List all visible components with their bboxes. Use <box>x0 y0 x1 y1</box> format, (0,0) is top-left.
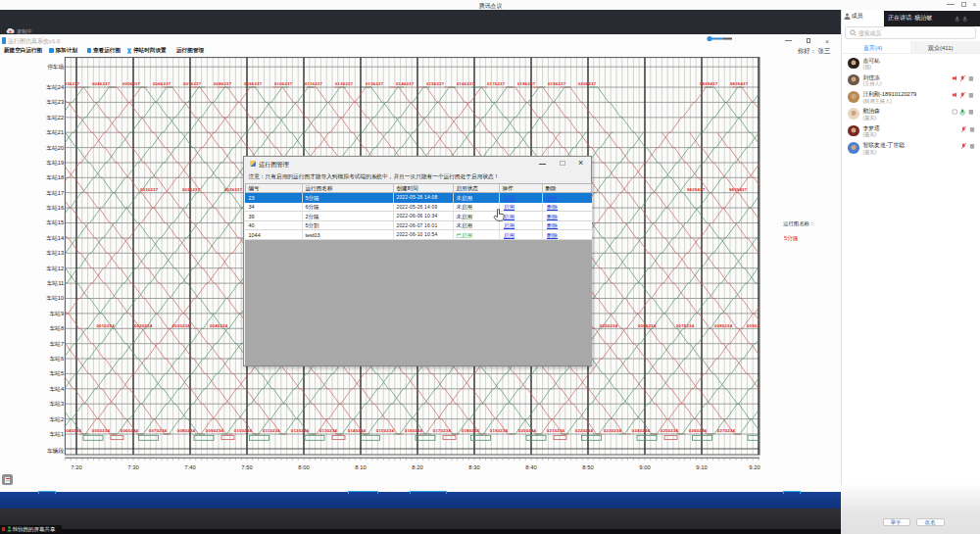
svg-text:0260234: 0260234 <box>689 428 708 433</box>
svg-text:车站12: 车站12 <box>46 266 64 272</box>
svg-text:0170234: 0170234 <box>433 428 452 433</box>
svg-text:0066237: 0066237 <box>153 81 172 86</box>
svg-text:0240234: 0240234 <box>632 428 651 433</box>
svg-text:0116237: 0116237 <box>305 81 322 86</box>
svg-text:0086237: 0086237 <box>214 81 232 86</box>
svg-text:0100234: 0100234 <box>234 428 253 433</box>
svg-text:0036237: 0036237 <box>224 187 243 192</box>
svg-text:0186237: 0186237 <box>517 81 536 86</box>
svg-text:0196237: 0196237 <box>548 81 566 86</box>
svg-text:0270234: 0270234 <box>717 428 736 433</box>
svg-text:0040234: 0040234 <box>64 428 82 433</box>
svg-text:9:20: 9:20 <box>749 464 760 470</box>
svg-text:0136237: 0136237 <box>366 81 384 86</box>
svg-text:0110234: 0110234 <box>263 428 280 433</box>
svg-text:0020234: 0020234 <box>134 323 153 328</box>
svg-text:车站24: 车站24 <box>46 84 64 91</box>
svg-text:0166237: 0166237 <box>457 81 475 86</box>
svg-text:0096237: 0096237 <box>244 81 263 86</box>
svg-text:9839437: 9839437 <box>729 187 748 192</box>
svg-text:0080234: 0080234 <box>177 428 196 433</box>
svg-text:车站11: 车站11 <box>47 280 64 287</box>
svg-text:0146237: 0146237 <box>396 81 415 86</box>
svg-text:车站21: 车站21 <box>46 129 64 136</box>
svg-text:8:30: 8:30 <box>468 464 479 470</box>
svg-text:车站1: 车站1 <box>50 431 65 438</box>
svg-text:车站23: 车站23 <box>46 99 64 106</box>
svg-text:车站5: 车站5 <box>50 370 65 377</box>
svg-text:车站7: 车站7 <box>50 341 65 348</box>
svg-text:8:00: 8:00 <box>298 464 309 470</box>
svg-text:车站8: 车站8 <box>50 325 65 332</box>
svg-text:0050234: 0050234 <box>92 428 111 433</box>
svg-text:0090234: 0090234 <box>747 323 765 328</box>
svg-text:0060234: 0060234 <box>638 323 657 328</box>
svg-text:0060234: 0060234 <box>121 428 139 433</box>
svg-text:0160234: 0160234 <box>405 428 423 433</box>
svg-text:车站14: 车站14 <box>46 235 64 242</box>
svg-text:0040234: 0040234 <box>210 323 228 328</box>
svg-text:8:50: 8:50 <box>582 464 593 470</box>
svg-text:0026237: 0026237 <box>182 187 201 192</box>
svg-text:车站17: 车站17 <box>46 190 64 197</box>
svg-text:8:10: 8:10 <box>355 464 366 470</box>
svg-text:0230234: 0230234 <box>604 428 622 433</box>
svg-text:0076237: 0076237 <box>183 81 202 86</box>
svg-text:0250234: 0250234 <box>661 428 679 433</box>
svg-text:车站3: 车站3 <box>50 401 65 408</box>
svg-text:0200234: 0200234 <box>518 428 537 433</box>
svg-text:车站10: 车站10 <box>46 295 64 302</box>
svg-text:0070234: 0070234 <box>676 323 695 328</box>
svg-text:0046237: 0046237 <box>92 81 111 86</box>
svg-text:7:50: 7:50 <box>241 464 252 470</box>
svg-text:运行图名称：: 运行图名称： <box>783 220 814 227</box>
svg-text:车站18: 车站18 <box>46 174 64 181</box>
svg-text:车站16: 车站16 <box>46 205 64 212</box>
svg-text:0176237: 0176237 <box>487 81 506 86</box>
svg-text:车站9: 车站9 <box>50 311 65 317</box>
svg-text:9:10: 9:10 <box>696 464 707 470</box>
svg-text:9:00: 9:00 <box>639 464 650 470</box>
svg-text:0190234: 0190234 <box>490 428 509 433</box>
svg-text:0030234: 0030234 <box>172 323 191 328</box>
svg-text:车辆段: 车辆段 <box>47 448 64 455</box>
svg-text:0150234: 0150234 <box>376 428 395 433</box>
svg-text:车站20: 车站20 <box>46 145 64 152</box>
svg-text:0120234: 0120234 <box>291 428 310 433</box>
svg-text:0210234: 0210234 <box>547 428 565 433</box>
svg-text:8:20: 8:20 <box>412 464 422 470</box>
svg-text:7:40: 7:40 <box>184 464 195 470</box>
svg-text:车站2: 车站2 <box>50 416 65 423</box>
svg-text:0070234: 0070234 <box>149 428 168 433</box>
svg-text:车站4: 车站4 <box>50 386 65 393</box>
svg-text:0036237: 0036237 <box>62 81 80 86</box>
svg-text:0156237: 0156237 <box>426 81 445 86</box>
svg-text:7:20: 7:20 <box>71 464 81 470</box>
svg-text:9829437: 9829437 <box>700 81 718 86</box>
svg-text:0220234: 0220234 <box>575 428 594 433</box>
svg-text:0106237: 0106237 <box>274 81 293 86</box>
svg-text:0180234: 0180234 <box>462 428 480 433</box>
svg-text:7:30: 7:30 <box>127 464 138 470</box>
svg-text:0010234: 0010234 <box>97 323 116 328</box>
svg-text:9839437: 9839437 <box>730 81 749 86</box>
svg-text:0090234: 0090234 <box>206 428 224 433</box>
svg-text:5分隔: 5分隔 <box>784 235 799 242</box>
svg-text:0050234: 0050234 <box>600 323 618 328</box>
svg-text:0080234: 0080234 <box>714 323 733 328</box>
svg-text:0016237: 0016237 <box>140 187 159 192</box>
svg-text:车站19: 车站19 <box>46 160 64 167</box>
svg-text:0140234: 0140234 <box>348 428 367 433</box>
svg-text:8:40: 8:40 <box>525 464 536 470</box>
svg-text:0056237: 0056237 <box>122 81 141 86</box>
svg-text:0130234: 0130234 <box>319 428 338 433</box>
svg-text:9829437: 9829437 <box>687 187 706 192</box>
svg-text:车站22: 车站22 <box>46 115 64 121</box>
svg-text:车站6: 车站6 <box>50 356 65 363</box>
svg-text:车站15: 车站15 <box>46 219 64 226</box>
svg-text:0206237: 0206237 <box>578 81 597 86</box>
svg-text:0126237: 0126237 <box>335 81 354 86</box>
svg-text:停车场: 停车场 <box>47 64 64 71</box>
svg-text:车站13: 车站13 <box>46 250 64 257</box>
